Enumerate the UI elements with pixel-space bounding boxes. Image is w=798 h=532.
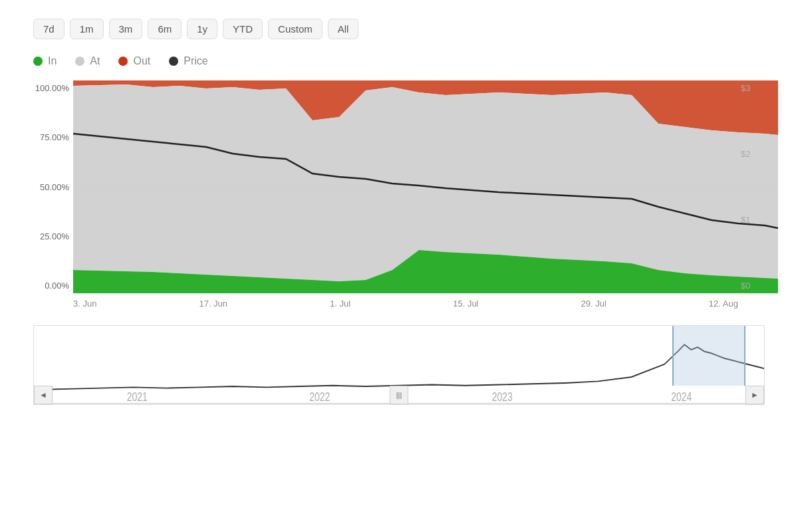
legend-label-at: At (90, 55, 100, 67)
y-axis-right-label: $1 (738, 215, 765, 225)
x-axis-label: 1. Jul (330, 299, 350, 309)
x-axis-label: 3. Jun (73, 299, 96, 309)
time-btn-3m[interactable]: 3m (109, 19, 143, 39)
legend-item-price[interactable]: Price (169, 55, 207, 67)
x-axis-label: 15. Jul (453, 299, 478, 309)
legend-label-in: In (48, 55, 57, 67)
time-btn-custom[interactable]: Custom (268, 19, 323, 39)
svg-text:2023: 2023 (492, 390, 513, 403)
time-btn-1m[interactable]: 1m (70, 19, 104, 39)
y-axis-left-label: 75.00% (33, 132, 73, 142)
svg-text:2024: 2024 (671, 390, 692, 403)
x-axis-label: 17. Jun (199, 299, 227, 309)
y-axis-right-label: $3 (738, 83, 765, 93)
navigator-handle[interactable] (672, 326, 745, 386)
legend-dot-in (33, 57, 43, 66)
time-btn-6m[interactable]: 6m (148, 19, 182, 39)
time-range-bar: 7d1m3m6m1yYTDCustomAll (0, 0, 798, 50)
legend: InAtOutPrice (0, 50, 798, 80)
navigator-scroll-button[interactable]: ||| (390, 386, 408, 404)
y-axis-left-label: 25.00% (33, 231, 73, 241)
time-btn-all[interactable]: All (328, 19, 359, 39)
y-axis-left-label: 50.00% (33, 182, 73, 192)
legend-label-out: Out (133, 55, 150, 67)
y-axis-left: 100.00%75.00%50.00%25.00%0.00% (33, 80, 73, 293)
svg-text:2022: 2022 (309, 390, 330, 403)
legend-item-out[interactable]: Out (118, 55, 150, 67)
svg-text:2021: 2021 (127, 390, 148, 403)
navigator-right-button[interactable]: ► (745, 386, 764, 404)
y-axis-left-label: 0.00% (33, 281, 73, 291)
main-chart-svg (73, 80, 778, 293)
x-axis: 3. Jun17. Jun1. Jul15. Jul29. Jul12. Aug (73, 293, 765, 313)
legend-item-at[interactable]: At (75, 55, 100, 67)
y-axis-right-label: $0 (738, 281, 765, 291)
y-axis-left-label: 100.00% (33, 83, 73, 93)
navigator: 2021 2022 2023 2024 ◄ ► ||| (33, 325, 765, 405)
y-axis-right-label: $2 (738, 149, 765, 159)
navigator-left-button[interactable]: ◄ (34, 386, 53, 404)
main-chart: 100.00%75.00%50.00%25.00%0.00% $3$2$1$0 (33, 80, 765, 293)
time-btn-ytd[interactable]: YTD (223, 19, 263, 39)
x-axis-label: 29. Jul (581, 299, 606, 309)
legend-dot-at (75, 57, 84, 66)
x-axis-label: 12. Aug (709, 299, 738, 309)
legend-label-price: Price (184, 55, 207, 67)
time-btn-7d[interactable]: 7d (33, 19, 65, 39)
legend-dot-price (169, 57, 178, 66)
legend-dot-out (118, 57, 128, 66)
legend-item-in[interactable]: In (33, 55, 57, 67)
time-btn-1y[interactable]: 1y (187, 19, 217, 39)
y-axis-right: $3$2$1$0 (738, 80, 765, 293)
